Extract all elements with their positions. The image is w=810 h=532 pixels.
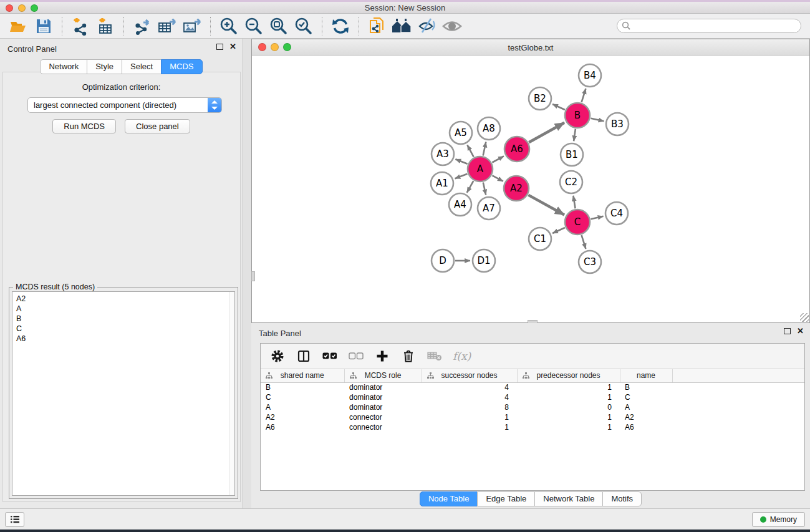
export-image-button[interactable] [180,16,205,36]
edge-C-C2[interactable] [573,196,575,209]
table-cell[interactable]: 8 [422,402,517,412]
table-cell[interactable]: 1 [517,382,620,392]
close-table-panel-icon[interactable]: ✕ [797,328,804,334]
node-B3[interactable]: B3 [606,113,629,135]
column-view-button[interactable] [296,348,312,364]
node-D1[interactable]: D1 [473,249,495,272]
table-cell[interactable]: C [261,392,344,402]
tab-edge-table[interactable]: Edge Table [477,491,535,506]
table-cell[interactable]: dominator [344,392,422,402]
table-cell[interactable]: A6 [261,422,344,432]
node-A5[interactable]: A5 [450,122,472,144]
table-cell[interactable]: dominator [344,402,422,412]
edge-A-A7[interactable] [483,182,486,195]
table-settings-button[interactable] [269,348,286,364]
edge-C-C1[interactable] [552,228,565,233]
splitter-handle[interactable] [251,271,255,281]
table-cell[interactable]: A2 [620,412,672,422]
tab-node-table[interactable]: Node Table [420,491,478,506]
tab-network[interactable]: Network [40,59,87,74]
node-A7[interactable]: A7 [478,197,500,220]
node-A[interactable]: A [468,157,493,181]
edge-A-A3[interactable] [455,159,467,164]
zoom-fit-button[interactable] [266,16,291,36]
node-D[interactable]: D [432,249,454,272]
table-cell[interactable]: A [261,402,344,412]
node-B[interactable]: B [565,103,590,128]
edge-B-B1[interactable] [574,129,576,141]
delete-table-button-disabled[interactable] [427,348,443,364]
home-button[interactable] [390,16,415,36]
tab-motifs[interactable]: Motifs [602,491,642,506]
node-C3[interactable]: C3 [579,251,601,273]
table-cell[interactable]: 4 [422,382,517,392]
node-A8[interactable]: A8 [478,117,500,140]
memory-button[interactable]: Memory [752,512,805,527]
tab-select[interactable]: Select [122,59,162,74]
float-table-panel-icon[interactable] [784,328,791,334]
node-B4[interactable]: B4 [579,64,601,87]
edge-A-A1[interactable] [455,174,468,178]
add-column-button[interactable] [374,348,390,364]
export-table-button[interactable] [155,16,180,36]
edge-B-B2[interactable] [552,104,565,110]
tab-network-table[interactable]: Network Table [534,491,603,506]
network-canvas[interactable]: AA1A2A3A4A5A6A7A8BB1B2B3B4CC1C2C3C4DD1 [252,56,809,322]
save-session-button[interactable] [31,16,56,36]
table-cell[interactable]: 1 [517,422,620,432]
edge-B-B4[interactable] [582,89,586,102]
float-panel-icon[interactable] [216,44,223,50]
close-panel-icon[interactable]: ✕ [229,44,236,50]
select-all-button[interactable] [322,348,338,364]
export-network-button[interactable] [130,16,155,36]
tab-mcds[interactable]: MCDS [161,59,202,74]
zoom-in-button[interactable] [216,16,241,36]
edge-A2-C[interactable] [528,195,564,215]
table-cell[interactable]: C [620,392,672,402]
node-C1[interactable]: C1 [529,228,551,250]
node-B2[interactable]: B2 [529,87,551,110]
search-input[interactable] [617,19,801,33]
import-network-button[interactable] [68,16,93,36]
edge-A-A5[interactable] [467,145,473,157]
edge-A-A2[interactable] [492,175,503,181]
clone-network-button[interactable] [365,16,390,36]
task-history-button[interactable] [5,512,24,527]
node-A4[interactable]: A4 [449,193,471,216]
open-file-button[interactable] [6,16,31,36]
node-B1[interactable]: B1 [561,143,583,166]
column-header-MCDS-role[interactable]: MCDS role [344,369,422,382]
node-A2[interactable]: A2 [504,176,529,201]
node-A1[interactable]: A1 [431,172,453,195]
table-cell[interactable]: A2 [261,412,344,422]
zoom-selected-button[interactable] [291,16,316,36]
edge-A6-B[interactable] [529,123,564,143]
mcds-result-scrollbar[interactable] [229,292,234,495]
table-cell[interactable]: 1 [517,392,620,402]
deselect-all-button[interactable] [348,348,364,364]
table-cell[interactable]: B [620,382,672,392]
table-cell[interactable]: connector [344,412,422,422]
node-C4[interactable]: C4 [605,202,628,225]
table-cell[interactable]: 1 [422,412,517,422]
column-header-name[interactable]: name [620,369,672,382]
table-cell[interactable]: 4 [422,392,517,402]
table-cell[interactable]: A [620,402,672,412]
edge-B-B3[interactable] [591,118,604,122]
zoom-out-button[interactable] [241,16,266,36]
edge-C-C3[interactable] [582,235,586,249]
edge-C-C4[interactable] [591,216,603,219]
node-A3[interactable]: A3 [432,143,454,165]
show-all-button[interactable] [440,16,465,36]
edge-A-A8[interactable] [483,142,486,156]
run-mcds-button[interactable]: Run MCDS [52,119,116,133]
table-cell[interactable]: connector [344,422,422,432]
close-panel-button[interactable]: Close panel [125,119,190,133]
node-A6[interactable]: A6 [504,137,529,162]
table-cell[interactable]: 1 [517,412,620,422]
column-header-shared-name[interactable]: shared name [261,369,344,382]
tab-style[interactable]: Style [87,59,122,74]
function-builder-button-disabled[interactable]: f(x) [453,350,471,362]
table-cell[interactable]: dominator [344,382,422,392]
table-cell[interactable]: 1 [422,422,517,432]
